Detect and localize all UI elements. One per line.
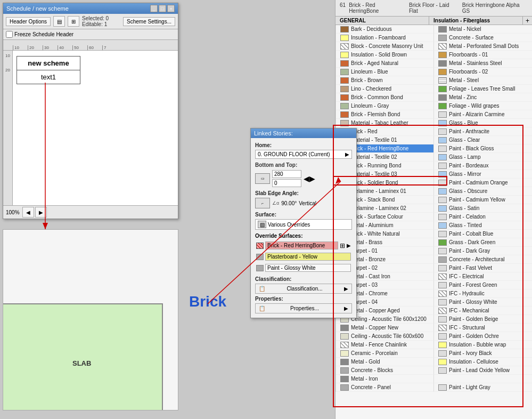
mat-item-right[interactable]: IFC - Mechanical [434,307,532,315]
mat-item-right[interactable]: Metal - Zinc [434,93,532,102]
classification-button[interactable]: 📋 Classification... ▶ [255,284,352,294]
nav-prev-button[interactable]: ◀ [22,207,34,217]
freeze-header-checkbox[interactable] [6,31,13,38]
mat-item-right[interactable]: Glass - Obscure [434,187,532,196]
mat-label: Brick - Flemish Bond [351,111,400,117]
mat-item-right[interactable]: Paint - Anthracite [434,127,532,136]
mat-item-right[interactable]: Paint - Celadon [434,213,532,221]
mat-item-right[interactable]: Paint - Cadmium Orange [434,179,532,187]
mat-item-left[interactable]: Ceiling - Acoustic Tile 600x600 [336,332,434,341]
override-swatch-1 [256,243,264,249]
schedule-window: Schedule / new scheme _ □ × Header Optio… [3,3,178,219]
mat-item-right[interactable]: Paint - Forest Green [434,281,532,289]
mat-item-right[interactable]: Paint - Glossy White [434,298,532,307]
mat-item-right[interactable]: Metal - Perforated Small Dots [434,42,532,51]
mat-item-right[interactable]: Paint - Cobalt Blue [434,230,532,238]
mat-item-right[interactable]: Floorboards - 02 [434,68,532,76]
mat-item-right[interactable]: Paint - Bordeaux [434,162,532,170]
mat-item-right[interactable]: IFC - Structural [434,324,532,332]
mat-item-left[interactable]: Brick - Common Bond [336,93,434,102]
mat-label: Floorboards - 01 [449,52,488,58]
mat-item-right[interactable]: Glass - Blue [434,119,532,127]
mat-swatch [438,273,447,280]
mat-item-right[interactable]: Paint - Ivory Black [434,349,532,358]
mat-item-left[interactable]: Insulation - Solid Brown [336,51,434,59]
surface-row[interactable]: ▨ Various Overrides [255,219,352,230]
mat-item-right[interactable]: Insulation - Cellulose [434,358,532,366]
mat-item-right[interactable]: Metal - Stainless Steel [434,59,532,68]
mat-label: Insulation - Foamboard [351,35,406,41]
mat-label: Glass - Blue [449,120,478,126]
freeze-header-checkbox-label[interactable]: Freeze Schedule Header [6,31,73,38]
ruler-mark-60: 60 [87,45,102,50]
mat-item-right[interactable]: Glass - Lamp [434,153,532,162]
mat-item-right[interactable]: Paint - Golden Beige [434,315,532,324]
mat-item-right[interactable]: Concrete - Architectural [434,255,532,264]
icon-btn-1[interactable]: ▤ [53,16,65,27]
mat-item-right[interactable]: Paint - Light Gray [434,383,532,392]
mat-item-right[interactable]: Glass - Mirror [434,170,532,179]
mat-item-right[interactable]: Paint - Dark Gray [434,247,532,255]
close-button[interactable]: × [167,5,175,12]
mat-item-left[interactable]: Metal - Fence Chainlink [336,341,434,349]
bottom-input[interactable] [272,170,301,178]
mat-item-right[interactable]: Metal - Nickel [434,25,532,34]
mat-item-right[interactable]: Foliage - Leaves Tree Small [434,85,532,93]
mat-item-right[interactable]: Concrete - Surface [434,34,532,42]
nav-next-button[interactable]: ▶ [35,207,47,217]
mat-item-left[interactable]: Metal - Iron [336,375,434,383]
mat-item-right[interactable]: Paint - Black Gloss [434,144,532,153]
mat-item-right[interactable]: Foliage - Wild grapes [434,102,532,110]
maximize-button[interactable]: □ [159,5,166,12]
slider-icon[interactable]: ◀▶ [304,174,315,183]
mat-swatch [438,299,447,305]
mat-item-right[interactable]: Glass - Clear [434,136,532,144]
mat-item-left[interactable]: Bark - Deciduous [336,25,434,34]
schedule-title: Schedule / new scheme [6,5,69,12]
mat-item-right[interactable]: Metal - Steel [434,76,532,85]
mat-item-right[interactable]: Glass - Tinted [434,221,532,230]
scheme-settings-button[interactable]: Scheme Settings... [123,17,175,26]
mat-item-right[interactable]: Paint - Cadmium Yellow [434,196,532,204]
mat-item-left[interactable]: Concrete - Blocks [336,366,434,375]
mat-item-left[interactable]: Ceramic - Porcelain [336,349,434,358]
mat-item-left[interactable]: Linoleum - Gray [336,102,434,110]
top-input[interactable] [272,179,301,187]
mat-item-right[interactable]: Glass - Satin [434,204,532,213]
mat-item-right[interactable]: Paint - Fast Velvet [434,264,532,272]
header-options-button[interactable]: Header Options [6,17,51,26]
mat-item-right[interactable]: IFC - Electrical [434,272,532,281]
mat-swatch [340,26,349,33]
home-dropdown-arrow: ▶ [345,151,349,157]
mat-item-left[interactable]: Metal - Copper New [336,324,434,332]
mat-item-left[interactable]: Linoleum - Blue [336,68,434,76]
mat-label: Paint - Alizarin Carmine [449,111,504,117]
mat-item-right[interactable]: Insulation - Bubble wrap [434,341,532,349]
mat-item-left[interactable]: Metal - Gold [336,358,434,366]
schedule-toolbar: Header Options ▤ ⊞ Selected: 0 Editable:… [3,14,178,29]
mat-item-left[interactable]: Material - Tabac Leather [336,119,434,127]
mat-item-right[interactable]: IFC - Hydraulic [434,289,532,298]
scheme-box: new scheme text1 [17,56,80,84]
icon-btn-2[interactable]: ⊞ [68,16,79,27]
mat-item-right[interactable]: Paint - Golden Ochre [434,332,532,341]
add-button[interactable]: + [522,17,532,25]
mat-item-right[interactable]: Floorboards - 01 [434,51,532,59]
mat-item-right[interactable] [434,375,532,383]
properties-button[interactable]: 📋 Properties... ▶ [255,303,352,313]
mat-item-left[interactable]: Brick - Aged Natural [336,59,434,68]
mat-item-right[interactable]: Paint - Alizarin Carmine [434,110,532,119]
mat-item-left[interactable]: Lino - Checkered [336,85,434,93]
surface-section: Surface: ▨ Various Overrides [255,212,352,230]
mat-item-left[interactable]: Brick - Flemish Bond [336,110,434,119]
mat-label: Paint - Ivory Black [449,350,492,356]
mat-item-left[interactable]: Concrete - Panel [336,383,434,392]
home-dropdown[interactable]: 0. GROUND FLOOR (Current) ▶ [255,150,352,159]
mat-item-left[interactable]: Block - Concrete Masonry Unit [336,42,434,51]
mat-item-right[interactable]: Paint - Lead Oxide Yellow [434,366,532,375]
mat-label: Paint - Fast Velvet [449,265,492,271]
mat-item-left[interactable]: Insulation - Foamboard [336,34,434,42]
mat-item-right[interactable]: Grass - Dark Green [434,238,532,247]
mat-item-left[interactable]: Brick - Brown [336,76,434,85]
minimize-button[interactable]: _ [150,5,158,12]
